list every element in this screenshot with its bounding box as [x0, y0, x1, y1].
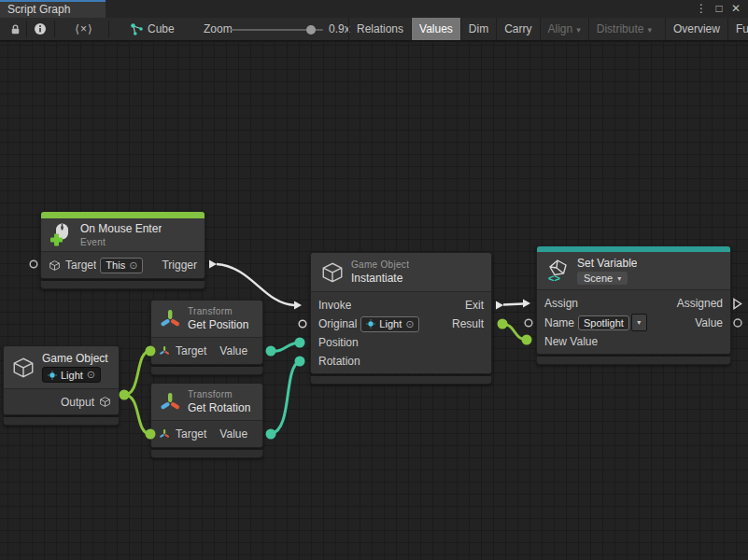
new-value-port-label[interactable]: New Value	[544, 335, 598, 348]
variable-name-dropdown-button[interactable]: ▾	[631, 314, 647, 331]
exit-port-label[interactable]: Exit	[465, 299, 484, 312]
game-object-port-icon[interactable]	[99, 396, 111, 408]
original-value-chip[interactable]: Light ⊙	[360, 316, 419, 332]
graph-name[interactable]: Cube	[148, 18, 175, 40]
node-title: Set Variable	[577, 257, 637, 270]
node-title: On Mouse Enter	[80, 222, 162, 235]
light-icon	[366, 319, 375, 329]
toolbar-buttons: Relations Values Dim Carry Align▾ Distri…	[348, 18, 748, 40]
values-button[interactable]: Values	[411, 18, 460, 40]
tab-title: Script Graph	[7, 3, 70, 16]
node-footer	[536, 357, 731, 365]
transform-port-icon	[159, 428, 170, 440]
node-subtitle: Event	[80, 237, 162, 247]
title-bar: Script Graph ⋮ □ ✕	[0, 0, 748, 18]
node-get-rotation[interactable]: Transform Get Rotation Target Value	[150, 383, 263, 458]
transform-icon	[159, 391, 181, 413]
variable-name-field[interactable]: Spotlight	[578, 315, 629, 330]
mouse-event-icon	[49, 222, 74, 247]
chevron-down-icon: ▾	[647, 25, 652, 35]
node-game-object-light[interactable]: Game Object Light ⊙ Output	[3, 345, 120, 426]
distribute-button[interactable]: Distribute▾	[588, 18, 659, 40]
window-menu-icon[interactable]: ⋮	[696, 1, 707, 17]
light-icon	[48, 371, 57, 380]
position-port-label[interactable]: Position	[318, 336, 359, 349]
event-color-bar	[41, 212, 205, 218]
relations-button[interactable]: Relations	[348, 18, 411, 40]
target-port-label[interactable]: Target	[176, 427, 206, 441]
node-get-position[interactable]: Transform Get Position Target Value	[150, 300, 263, 375]
object-picker-icon[interactable]: ⊙	[87, 369, 95, 381]
result-port-label[interactable]: Result	[452, 317, 484, 330]
object-picker-icon[interactable]: ⊙	[129, 259, 137, 272]
node-title: Get Position	[188, 318, 248, 331]
chevron-down-icon: ▾	[617, 274, 621, 283]
node-footer	[150, 450, 263, 458]
zoom-label: Zoom	[204, 18, 233, 40]
zoom-slider-handle[interactable]	[306, 25, 316, 35]
value-port-label[interactable]: Value	[219, 344, 247, 357]
carry-button[interactable]: Carry	[496, 18, 539, 40]
assigned-port-label[interactable]: Assigned	[677, 297, 723, 310]
node-title: Game Object	[42, 352, 108, 365]
game-object-icon	[11, 356, 35, 380]
target-port-label[interactable]: Target	[65, 259, 96, 272]
value-port-label[interactable]: Value	[695, 316, 723, 329]
node-category: Game Object	[351, 259, 409, 270]
target-value-chip[interactable]: This ⊙	[100, 258, 143, 273]
assign-port-label[interactable]: Assign	[544, 297, 578, 310]
node-footer	[150, 367, 263, 375]
chevron-down-icon: ▾	[637, 318, 641, 327]
invoke-port-label[interactable]: Invoke	[318, 299, 351, 312]
name-port-label[interactable]: Name	[544, 316, 574, 329]
align-button[interactable]: Align▾	[540, 18, 588, 40]
trigger-port-label[interactable]: Trigger	[162, 259, 197, 272]
transform-icon	[159, 308, 181, 330]
tab-script-graph[interactable]: Script Graph	[0, 0, 106, 18]
zoom-slider[interactable]	[231, 29, 323, 31]
lock-icon-glyph	[9, 23, 21, 35]
target-port-label[interactable]: Target	[176, 344, 206, 357]
node-instantiate[interactable]: Game Object Instantiate Invoke Exit Orig…	[310, 252, 492, 385]
dim-button[interactable]: Dim	[460, 18, 496, 40]
close-icon[interactable]: ✕	[729, 1, 742, 17]
node-set-variable[interactable]: <> Set Variable Scene ▾ Assign Assigned …	[536, 245, 731, 365]
lock-icon[interactable]	[5, 18, 25, 40]
zoom-value: 0.9x	[329, 18, 350, 40]
variable-icon: <>	[545, 259, 571, 284]
info-icon-glyph	[34, 22, 47, 35]
object-picker-icon[interactable]: ⊙	[405, 318, 414, 330]
node-on-mouse-enter[interactable]: On Mouse Enter Event Target This ⊙ Trigg…	[40, 211, 205, 289]
graph-toolbar: ⟨×⟩ Cube Zoom 0.9x Relations Values Dim …	[0, 18, 748, 41]
fullscreen-button[interactable]: Full Screen	[727, 18, 748, 40]
rotation-port-label[interactable]: Rotation	[318, 355, 360, 368]
game-object-icon	[49, 259, 61, 272]
node-footer	[40, 281, 205, 289]
overview-button[interactable]: Overview	[665, 18, 727, 40]
variable-scope-dropdown[interactable]: Scene ▾	[577, 272, 628, 285]
svg-text:<>: <>	[548, 273, 560, 284]
light-object-chip[interactable]: Light ⊙	[42, 367, 101, 383]
original-port-label[interactable]: Original	[318, 317, 357, 330]
graph-icon	[129, 18, 144, 40]
value-port-label[interactable]: Value	[219, 427, 247, 441]
code-view-icon[interactable]: ⟨×⟩	[62, 18, 106, 40]
node-footer	[310, 376, 492, 385]
node-category: Transform	[188, 389, 250, 399]
game-object-icon	[320, 260, 345, 285]
node-category: Transform	[188, 306, 248, 316]
node-footer	[3, 417, 120, 426]
node-title: Instantiate	[351, 272, 409, 285]
node-title: Get Rotation	[188, 401, 250, 414]
maximize-icon[interactable]: □	[713, 1, 726, 17]
chevron-down-icon: ▾	[576, 25, 581, 35]
info-icon[interactable]	[29, 18, 51, 40]
transform-port-icon	[159, 345, 170, 357]
output-port-label[interactable]: Output	[61, 396, 94, 409]
